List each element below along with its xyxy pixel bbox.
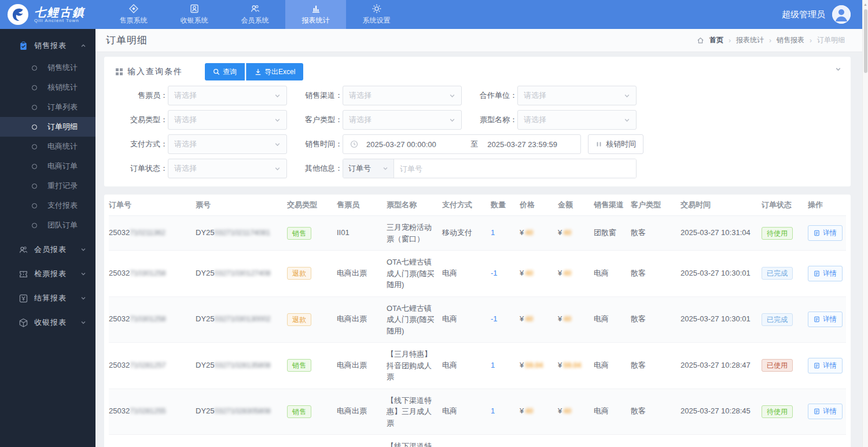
ticket-name-select[interactable]: 请选择 xyxy=(517,110,637,130)
select-placeholder: 请选择 xyxy=(174,163,197,174)
trade-type-label: 交易类型 xyxy=(112,115,168,125)
partner-select[interactable]: 请选择 xyxy=(517,86,637,105)
detail-button[interactable]: 详情 xyxy=(808,225,843,241)
sales-channel-select[interactable]: 请选择 xyxy=(343,86,462,105)
export-excel-label: 导出Excel xyxy=(264,67,295,77)
verify-time-button[interactable]: 核销时间 xyxy=(588,134,643,154)
channel-cell: 电商 xyxy=(594,314,631,325)
chevron-down-icon xyxy=(80,271,86,277)
sidebar-group-4[interactable]: 结算报表 xyxy=(0,286,95,310)
clock-icon xyxy=(350,140,358,148)
sidebar-group-2[interactable]: 会员报表 xyxy=(0,237,95,262)
chevron-down-icon xyxy=(80,320,86,325)
circle-icon xyxy=(32,124,37,130)
cashier-box-icon xyxy=(19,318,28,328)
sidebar-item-1-3[interactable]: 订单列表 xyxy=(0,97,95,117)
sidebar-item-label: 核销统计 xyxy=(47,82,78,93)
search-button[interactable]: 查询 xyxy=(205,63,245,80)
trade-time-cell: 2025-03-27 10:28:47 xyxy=(681,360,762,371)
sidebar-item-1-5[interactable]: 电商统计 xyxy=(0,137,95,156)
trade-type-cell: 销售 xyxy=(287,227,337,240)
ticket-name-cell: OTA七鲤古镇成人门票(随买随用) xyxy=(387,303,442,337)
table-row: 25032710301258DY2503271030130002退款电商出票OT… xyxy=(109,297,846,343)
date-range-separator: 至 xyxy=(461,139,488,149)
sale-time-end[interactable]: 2025-03-27 23:59:59 xyxy=(487,140,573,149)
ticket-name-cell: 【三月特惠】抖音团购成人票 xyxy=(387,349,442,383)
channel-cell: 电商 xyxy=(594,406,631,417)
page-scrollbar[interactable]: ▲ xyxy=(862,0,868,447)
nav-item-2[interactable]: 收银系统 xyxy=(164,0,225,29)
status-cell: 已使用 xyxy=(762,359,808,372)
filter-row-3: 支付方式 请选择 销售时间 2025-03-27 00:00:00 至 2025… xyxy=(112,134,843,154)
ticket-name-cell: 【线下渠道特惠】三月成人票 xyxy=(387,441,442,447)
nav-item-3[interactable]: 会员系统 xyxy=(225,0,285,29)
scrollbar-thumb[interactable] xyxy=(864,9,867,73)
pay-method-select[interactable]: 请选择 xyxy=(168,134,287,154)
order-status-select[interactable]: 请选择 xyxy=(168,159,287,178)
logo-subtitle: Qili Ancient Town xyxy=(34,19,85,24)
nav-item-1[interactable]: 售票系统 xyxy=(103,0,164,29)
seller-select[interactable]: 请选择 xyxy=(168,86,287,105)
sidebar-group-3[interactable]: 检票报表 xyxy=(0,262,95,286)
ticket-name-cell: 三月宠粉活动票（窗口） xyxy=(387,222,442,244)
action-cell: 详情 xyxy=(808,225,846,241)
sale-time-start[interactable]: 2025-03-27 00:00:00 xyxy=(366,140,461,149)
sidebar-item-1-6[interactable]: 电商订单 xyxy=(0,156,95,176)
customer-type-cell: 散客 xyxy=(631,228,681,239)
pay-method-cell: 电商 xyxy=(442,360,491,371)
top-nav: 售票系统收银系统会员系统报表统计系统设置 xyxy=(103,0,407,29)
sidebar-item-1-7[interactable]: 重打记录 xyxy=(0,176,95,196)
members-icon xyxy=(19,245,28,255)
sidebar-item-1-9[interactable]: 团队订单 xyxy=(0,215,95,235)
trade-type-badge: 退款 xyxy=(287,267,311,280)
sidebar-item-1-4[interactable]: 订单明细 xyxy=(0,117,95,137)
sidebar-item-1-2[interactable]: 核销统计 xyxy=(0,78,95,97)
breadcrumb-home[interactable]: 首页 xyxy=(709,35,723,45)
nav-item-4[interactable]: 报表统计 xyxy=(285,0,346,29)
scrollbar-up-arrow[interactable]: ▲ xyxy=(863,0,868,6)
detail-button[interactable]: 详情 xyxy=(808,312,843,327)
detail-button[interactable]: 详情 xyxy=(808,404,843,419)
sidebar-group-label: 检票报表 xyxy=(34,269,67,279)
sidebar-item-1-1[interactable]: 销售统计 xyxy=(0,58,95,78)
column-header: 售票员 xyxy=(337,200,387,210)
user-avatar[interactable] xyxy=(832,5,851,24)
breadcrumb-separator: › xyxy=(729,36,731,45)
detail-button-label: 详情 xyxy=(823,406,837,416)
sidebar-group-5[interactable]: 收银报表 xyxy=(0,310,95,335)
sidebar-item-1-8[interactable]: 支付报表 xyxy=(0,196,95,215)
sale-time-range-picker[interactable]: 2025-03-27 00:00:00 至 2025-03-27 23:59:5… xyxy=(343,134,581,154)
other-info-field-selector[interactable]: 订单号 xyxy=(343,159,394,178)
table-row: 25032710211362DY2503271021174081销售II01三月… xyxy=(109,216,846,251)
circle-icon xyxy=(32,164,37,169)
trade-type-badge: 销售 xyxy=(287,405,311,418)
breadcrumb-report-stats[interactable]: 报表统计 xyxy=(736,35,764,45)
customer-type-select[interactable]: 请选择 xyxy=(343,110,462,130)
order-no-cell: 25032710281257 xyxy=(109,360,196,371)
document-icon xyxy=(814,316,820,323)
column-header: 支付方式 xyxy=(442,200,491,210)
nav-item-label: 报表统计 xyxy=(302,16,330,25)
order-no-cell: 25032710301258 xyxy=(109,314,196,325)
export-excel-button[interactable]: 导出Excel xyxy=(246,63,303,80)
other-info-input-group: 订单号 xyxy=(343,159,637,178)
sidebar-group-1[interactable]: 销售报表 xyxy=(0,34,95,58)
detail-button[interactable]: 详情 xyxy=(808,266,843,281)
table-row: 25032710281255DY2503271028100302销售电商出票【线… xyxy=(109,435,846,447)
chevron-down-icon xyxy=(624,117,630,123)
detail-button[interactable]: 详情 xyxy=(808,358,843,373)
chevron-down-icon xyxy=(274,166,281,172)
other-info-input[interactable] xyxy=(394,159,636,178)
chevron-down-icon xyxy=(382,166,388,171)
nav-item-label: 系统设置 xyxy=(363,16,391,25)
select-placeholder: 请选择 xyxy=(349,90,372,101)
order-status-label: 订单状态 xyxy=(112,163,168,174)
trade-type-select[interactable]: 请选择 xyxy=(168,110,287,130)
cashier-icon xyxy=(189,3,200,14)
nav-item-label: 会员系统 xyxy=(241,16,269,25)
column-header: 操作 xyxy=(808,200,846,210)
collapse-panel-icon[interactable] xyxy=(835,66,841,72)
nav-item-5[interactable]: 系统设置 xyxy=(346,0,407,29)
breadcrumb-sales-report[interactable]: 销售报表 xyxy=(777,35,804,45)
sale-time-label: 销售时间 xyxy=(287,139,343,149)
